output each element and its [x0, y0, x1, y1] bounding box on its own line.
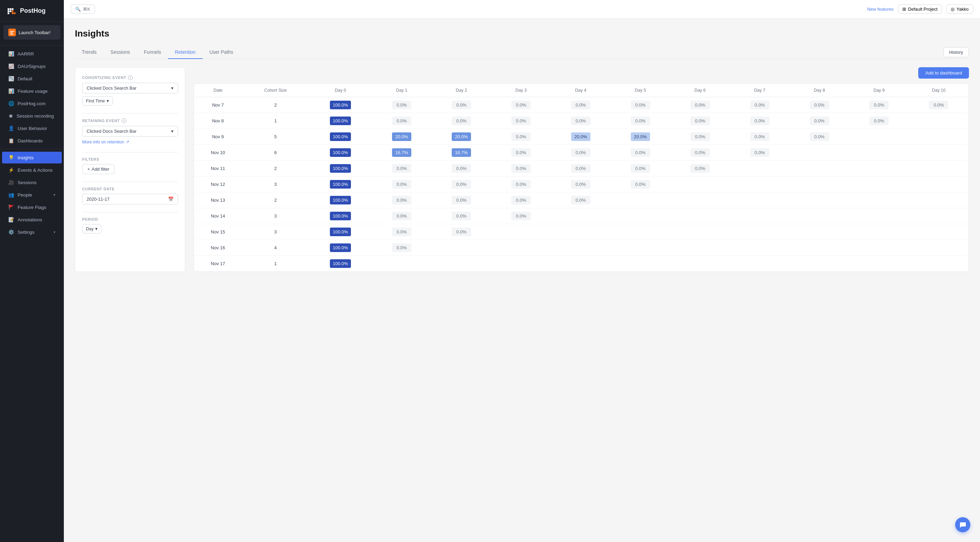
period-chevron-icon: ▾: [95, 226, 98, 231]
new-features-btn[interactable]: New features: [867, 6, 894, 12]
cell-cohort-size: 2: [242, 192, 309, 208]
table-cell: 20.0%: [432, 129, 492, 145]
retention-table-wrap: Date Cohort Size Day 0 Day 1 Day 2 Day 3…: [194, 84, 969, 272]
tabs-bar: Trends Sessions Funnels Retention User P…: [75, 46, 969, 59]
sidebar-item-insights[interactable]: 💡 Insights: [2, 152, 62, 163]
user-btn[interactable]: ◎ Yakko: [946, 5, 973, 14]
retaining-info-icon[interactable]: i: [121, 118, 126, 123]
sidebar-item-feature-flags[interactable]: 🚩 Feature Flags: [2, 201, 62, 213]
retaining-event-dropdown[interactable]: Clicked Docs Search Bar ▾: [82, 126, 178, 136]
date-input[interactable]: 2020-11-17 📅: [82, 194, 178, 204]
feature-usage-icon: 📊: [8, 88, 14, 94]
history-button[interactable]: History: [943, 47, 969, 57]
project-btn[interactable]: ⊞ Default Project: [898, 5, 942, 14]
table-cell: 100.0%: [309, 256, 372, 272]
sidebar-item-label: Events & Actions: [18, 168, 52, 173]
first-time-btn[interactable]: First Time ▾: [82, 96, 113, 106]
table-cell: [909, 240, 969, 256]
table-cell: 16.7%: [432, 145, 492, 161]
settings-icon: ⚙️: [8, 229, 14, 235]
project-icon: ⊞: [902, 6, 906, 12]
table-cell: 0.0%: [611, 145, 670, 161]
sidebar-logo: PostHog: [0, 0, 64, 22]
table-cell: [491, 224, 551, 240]
svg-rect-1: [10, 31, 14, 32]
tab-user-paths[interactable]: User Paths: [202, 46, 240, 59]
tab-retention[interactable]: Retention: [168, 46, 202, 59]
sidebar-item-aarrr[interactable]: 📊 AARRR: [2, 48, 62, 60]
table-cell: [730, 240, 789, 256]
tab-sessions[interactable]: Sessions: [103, 46, 137, 59]
sidebar-item-dau-signups[interactable]: 📈 DAU/Signups: [2, 60, 62, 72]
retaining-section: RETAINING EVENT i Clicked Docs Search Ba…: [82, 118, 178, 144]
sidebar-item-session-recording[interactable]: ⏺ Session recording: [2, 110, 62, 122]
sidebar-item-label: AARRR: [18, 51, 34, 57]
default-icon: 📉: [8, 76, 14, 81]
chat-button[interactable]: [955, 517, 970, 532]
table-cell: [909, 192, 969, 208]
table-cell: [372, 256, 432, 272]
col-day2: Day 2: [432, 84, 492, 97]
period-dropdown[interactable]: Day ▾: [82, 224, 102, 233]
sidebar-item-settings[interactable]: ⚙️ Settings ▾: [2, 226, 62, 238]
table-cell: 100.0%: [309, 224, 372, 240]
table-cell: 100.0%: [309, 145, 372, 161]
col-day1: Day 1: [372, 84, 432, 97]
search-box[interactable]: 🔍 ⌘K: [71, 5, 95, 14]
table-cell: 0.0%: [372, 224, 432, 240]
col-day9: Day 9: [849, 84, 909, 97]
cohortizing-label: COHORTIZING EVENT i: [82, 75, 178, 80]
sidebar-item-people[interactable]: 👥 People ▾: [2, 189, 62, 201]
right-panel: Add to dashboard Date Cohort Size Day 0 …: [194, 67, 969, 272]
dashboards-icon: 📋: [8, 138, 14, 143]
cell-date: Nov 17: [194, 256, 242, 272]
tab-trends[interactable]: Trends: [75, 46, 103, 59]
aarrr-icon: 📊: [8, 51, 14, 57]
svg-rect-3: [10, 34, 13, 35]
table-cell: [789, 240, 849, 256]
sidebar-item-annotations[interactable]: 📝 Annotations: [2, 214, 62, 225]
more-info-link[interactable]: More info on retention ↗: [82, 139, 178, 144]
current-date-section: CURRENT DATE 2020-11-17 📅: [82, 187, 178, 204]
settings-chevron-icon: ▾: [54, 230, 56, 235]
col-day7: Day 7: [730, 84, 789, 97]
add-filter-btn[interactable]: + Add filter: [82, 164, 115, 174]
table-cell: [909, 113, 969, 129]
external-link-icon: ↗: [126, 139, 129, 144]
cohortizing-event-dropdown[interactable]: Clicked Docs Search Bar ▾: [82, 83, 178, 94]
dropdown-chevron-icon: ▾: [171, 86, 173, 91]
table-cell: [611, 192, 670, 208]
table-cell: 16.7%: [372, 145, 432, 161]
sidebar-item-label: Feature Flags: [18, 205, 46, 210]
col-cohort-size: Cohort Size: [242, 84, 309, 97]
table-cell: 0.0%: [611, 176, 670, 192]
content-area: Insights Trends Sessions Funnels Retenti…: [64, 19, 980, 542]
launch-toolbar-btn[interactable]: Launch Toolbar!: [3, 25, 60, 40]
sidebar-item-feature-usage[interactable]: 📊 Feature usage: [2, 85, 62, 97]
sidebar-item-posthog-com[interactable]: 🌐 PostHog.com: [2, 98, 62, 109]
topbar-right: New features ⊞ Default Project ◎ Yakko: [867, 5, 973, 14]
user-behavior-icon: 👤: [8, 125, 14, 131]
table-cell: 0.0%: [432, 224, 492, 240]
table-cell: [670, 176, 730, 192]
table-cell: 0.0%: [670, 129, 730, 145]
tab-funnels[interactable]: Funnels: [137, 46, 168, 59]
table-cell: 0.0%: [909, 97, 969, 113]
cohortizing-info-icon[interactable]: i: [128, 75, 133, 80]
table-cell: [611, 240, 670, 256]
sidebar-item-sessions[interactable]: 🎥 Sessions: [2, 176, 62, 188]
table-cell: 0.0%: [670, 113, 730, 129]
sidebar-item-default[interactable]: 📉 Default: [2, 73, 62, 84]
table-cell: 0.0%: [491, 145, 551, 161]
table-cell: [909, 256, 969, 272]
table-cell: 0.0%: [491, 192, 551, 208]
table-cell: [789, 256, 849, 272]
sidebar-item-dashboards[interactable]: 📋 Dashboards: [2, 135, 62, 147]
add-to-dashboard-btn[interactable]: Add to dashboard: [918, 67, 969, 79]
sidebar-item-user-behavior[interactable]: 👤 User Behavior: [2, 122, 62, 134]
people-chevron-icon: ▾: [54, 193, 56, 197]
table-cell: 0.0%: [611, 97, 670, 113]
sidebar-item-events-actions[interactable]: ⚡ Events & Actions: [2, 164, 62, 176]
table-cell: [551, 256, 611, 272]
table-cell: [849, 176, 909, 192]
